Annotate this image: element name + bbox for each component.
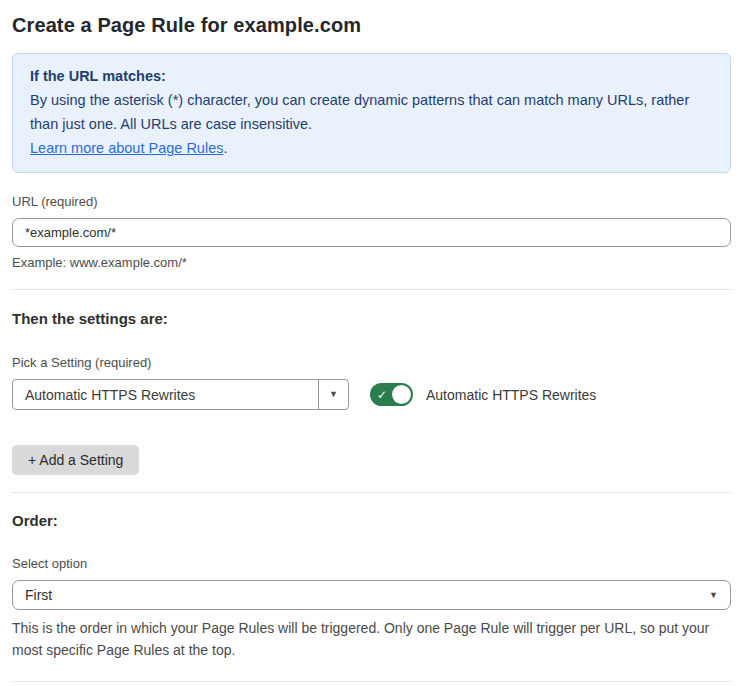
learn-more-link[interactable]: Learn more about Page Rules: [30, 140, 223, 156]
order-section-heading: Order:: [12, 512, 731, 529]
create-page-rule-form: Create a Page Rule for example.com If th…: [0, 0, 743, 686]
select-option-label: Select option: [12, 556, 731, 571]
chevron-down-icon: ▼: [329, 390, 338, 399]
divider: [12, 681, 731, 682]
url-example-helper: Example: www.example.com/*: [12, 255, 731, 270]
info-box-heading: If the URL matches:: [30, 64, 713, 88]
setting-dropdown[interactable]: Automatic HTTPS Rewrites ▼: [12, 379, 349, 410]
link-period: .: [223, 140, 227, 156]
url-match-info-box: If the URL matches: By using the asteris…: [12, 53, 731, 173]
chevron-down-icon: ▼: [709, 591, 718, 600]
settings-section-heading: Then the settings are:: [12, 310, 731, 327]
order-select[interactable]: First ▼: [12, 580, 731, 610]
url-label: URL (required): [12, 194, 731, 209]
order-select-value: First: [25, 587, 52, 603]
toggle-label: Automatic HTTPS Rewrites: [426, 387, 596, 403]
page-title: Create a Page Rule for example.com: [12, 14, 731, 37]
divider: [12, 492, 731, 493]
info-box-body: By using the asterisk (*) character, you…: [30, 88, 713, 136]
add-setting-button[interactable]: + Add a Setting: [12, 445, 139, 475]
info-box-link-line: Learn more about Page Rules.: [30, 136, 713, 160]
url-input[interactable]: [12, 218, 731, 247]
toggle-knob: [392, 385, 411, 404]
https-rewrites-toggle[interactable]: ✓: [370, 383, 413, 406]
setting-dropdown-value: Automatic HTTPS Rewrites: [13, 380, 318, 409]
divider: [12, 289, 731, 290]
pick-setting-label: Pick a Setting (required): [12, 355, 731, 370]
check-icon: ✓: [377, 389, 387, 401]
order-helper-text: This is the order in which your Page Rul…: [12, 617, 731, 661]
settings-row: Automatic HTTPS Rewrites ▼ ✓ Automatic H…: [12, 379, 731, 410]
setting-dropdown-arrow-button[interactable]: ▼: [318, 380, 348, 409]
